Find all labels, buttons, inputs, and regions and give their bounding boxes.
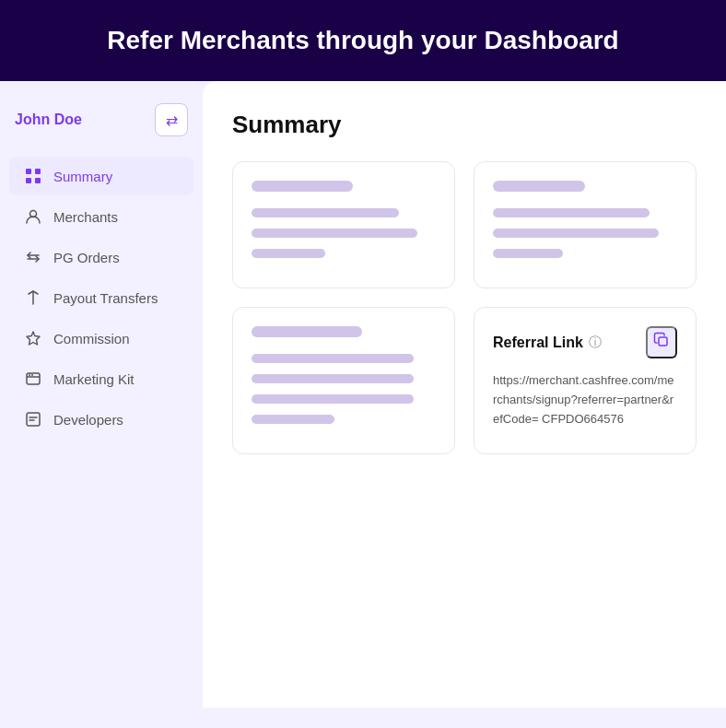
svg-rect-0 (26, 169, 31, 174)
referral-card: Referral Link ⓘ https://merchant.cashfre… (474, 307, 697, 454)
commission-icon (24, 329, 42, 347)
sidebar-item-marketing-kit[interactable]: Marketing Kit (9, 359, 193, 398)
svg-rect-9 (659, 337, 667, 346)
merchants-icon (24, 207, 42, 226)
pg-orders-icon (24, 248, 42, 266)
summary-card-3 (232, 307, 455, 454)
sidebar-label-payout-transfers: Payout Transfers (53, 290, 158, 306)
summary-cards-grid: Referral Link ⓘ https://merchant.cashfre… (232, 161, 697, 454)
header-title: Refer Merchants through your Dashboard (107, 26, 618, 55)
info-icon: ⓘ (589, 335, 602, 351)
referral-link-text: https://merchant.cashfree.com/merchants/… (493, 371, 677, 429)
sidebar-item-commission[interactable]: Commission (9, 319, 193, 358)
developers-icon (24, 410, 42, 429)
sidebar: John Doe ⇄ Summary Merchants (0, 81, 203, 708)
summary-card-1 (232, 161, 455, 288)
svg-point-7 (31, 374, 33, 376)
skeleton-line (252, 208, 399, 217)
skeleton-line (252, 181, 353, 192)
payout-transfers-icon (24, 288, 42, 307)
summary-icon (24, 167, 42, 185)
summary-card-2 (474, 161, 697, 288)
card-skeleton-1 (252, 181, 436, 269)
skeleton-line (252, 326, 362, 337)
sidebar-item-payout-transfers[interactable]: Payout Transfers (9, 278, 193, 317)
svg-rect-8 (27, 413, 40, 426)
referral-label: Referral Link (493, 335, 583, 351)
sidebar-label-developers: Developers (53, 412, 123, 428)
skeleton-line (252, 249, 325, 258)
skeleton-line (493, 229, 659, 238)
skeleton-line (252, 229, 417, 238)
marketing-kit-icon (24, 370, 42, 388)
svg-rect-1 (35, 169, 41, 174)
skeleton-line (252, 415, 334, 424)
sidebar-item-pg-orders[interactable]: PG Orders (9, 238, 193, 276)
page-title: Summary (232, 111, 697, 139)
user-row: John Doe ⇄ (0, 100, 203, 155)
card-skeleton-2 (493, 181, 677, 269)
copy-link-button[interactable] (646, 326, 677, 358)
sidebar-item-summary[interactable]: Summary (9, 157, 193, 195)
card-skeleton-3 (252, 326, 436, 435)
skeleton-line (252, 394, 414, 404)
referral-header: Referral Link ⓘ (493, 326, 677, 358)
user-name: John Doe (15, 112, 82, 128)
sidebar-label-marketing-kit: Marketing Kit (53, 371, 135, 387)
sidebar-label-pg-orders: PG Orders (53, 250, 120, 265)
skeleton-line (493, 208, 650, 217)
sidebar-label-commission: Commission (53, 331, 130, 346)
referral-title-row: Referral Link ⓘ (493, 335, 602, 351)
skeleton-line (493, 181, 585, 192)
svg-rect-2 (26, 178, 31, 183)
skeleton-line (252, 354, 414, 363)
sidebar-label-merchants: Merchants (53, 209, 118, 225)
sidebar-label-summary: Summary (53, 169, 112, 184)
svg-point-6 (29, 374, 30, 376)
main-content: Summary (203, 81, 726, 708)
skeleton-line (493, 249, 563, 258)
layout: John Doe ⇄ Summary Merchants (0, 81, 726, 708)
sidebar-item-merchants[interactable]: Merchants (9, 197, 193, 236)
header: Refer Merchants through your Dashboard (0, 0, 726, 81)
skeleton-line (252, 374, 414, 383)
svg-rect-3 (35, 178, 41, 183)
user-switch-button[interactable]: ⇄ (155, 103, 188, 136)
sidebar-item-developers[interactable]: Developers (9, 400, 193, 439)
